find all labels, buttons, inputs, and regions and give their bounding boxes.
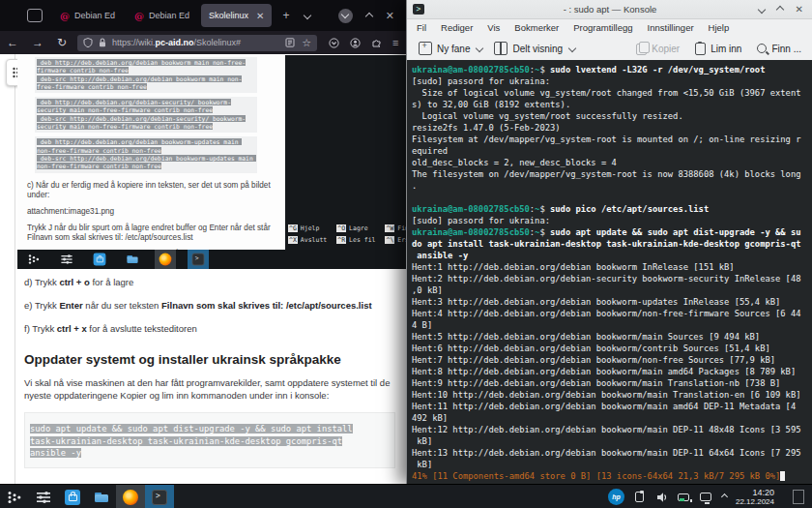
copy-button[interactable]: Kopier: [636, 42, 680, 55]
screenshot-launcher-settings: [56, 250, 77, 269]
toolbar-actions: ≡: [329, 37, 398, 48]
konsole-window-controls: ✕: [759, 4, 812, 15]
show-desktop-button[interactable]: [793, 490, 804, 504]
terminal-line: Hent:3 http://deb.debian.org/debian book…: [412, 296, 812, 308]
list-tabs-chevron-icon[interactable]: [303, 12, 310, 19]
tray-expander-icon[interactable]: [721, 493, 728, 500]
nano-shortcut: ^XAvslutt: [288, 234, 327, 246]
terminal-line: [sudo] passord for ukraina:: [412, 75, 812, 87]
date: 22.12.2024: [736, 497, 774, 507]
paragraph: Vi skal nå vise maskinen at den har fått…: [24, 376, 403, 402]
menu-rediger[interactable]: Rediger: [441, 22, 473, 33]
paste-icon: [695, 43, 706, 55]
menu-hjelp[interactable]: Hjelp: [709, 22, 730, 33]
new-tab-icon: [419, 42, 432, 55]
bookmark-star-icon[interactable]: ☆: [302, 37, 311, 49]
konsole-title-bar[interactable]: > - : sudo apt — Konsole ✕: [407, 0, 812, 19]
find-button[interactable]: Finn ...: [757, 44, 801, 54]
lock-icon[interactable]: [98, 38, 107, 47]
display-icon[interactable]: [700, 491, 713, 504]
terminal-line: Size of logical volume vg_system/root ch…: [412, 87, 812, 99]
tab-label: Debian Ed: [149, 11, 189, 20]
url-bar[interactable]: https://wiki.pc-aid.no/Skolelinux# ☆: [77, 35, 317, 51]
settings-icon: [61, 254, 73, 266]
menu-vis[interactable]: Vis: [487, 22, 500, 33]
new-tab-button[interactable]: +: [276, 9, 296, 22]
terminal-line: kB]: [412, 459, 812, 470]
browser-tab[interactable]: @Debian Ed: [127, 4, 197, 27]
clock[interactable]: 14:20 22.12.2024: [736, 488, 774, 507]
maximize-button[interactable]: [366, 10, 372, 21]
discover-icon[interactable]: [65, 490, 80, 505]
terminal-line: Hent:6 http://deb.debian.org/debian book…: [412, 343, 812, 354]
taskbar-launcher-files[interactable]: [87, 485, 116, 508]
konsole-icon[interactable]: [152, 490, 167, 505]
split-view-button[interactable]: Delt visning: [494, 42, 575, 55]
terminal-line: ukraina@am-08002785cb50:~$ sudo apt upda…: [412, 226, 812, 238]
taskbar-launcher-firefox[interactable]: [116, 485, 145, 508]
battery-icon[interactable]: [678, 491, 691, 504]
shield-icon[interactable]: [83, 38, 93, 47]
clipboard-tray-icon[interactable]: [633, 491, 647, 504]
menu-icon[interactable]: ≡: [392, 37, 398, 48]
reader-mode-icon[interactable]: [285, 38, 295, 47]
taskbar-launchers: [0, 485, 174, 508]
volume-icon[interactable]: [655, 491, 669, 504]
browser-tab[interactable]: Skolelinux✕: [201, 4, 272, 27]
close-tab-icon[interactable]: ✕: [256, 11, 264, 21]
reload-button[interactable]: ↻: [50, 36, 73, 49]
browser-tab[interactable]: @Debian Ed: [52, 4, 123, 27]
taskbar-launcher-discover[interactable]: [58, 485, 87, 508]
screenshot-terminal-area: ^GHjelp^XAvslutt^OLagre^RLes fil^WFin^\E…: [285, 55, 406, 250]
extensions-icon[interactable]: [371, 38, 381, 47]
menu-fil[interactable]: Fil: [417, 22, 426, 33]
menu-programtillegg[interactable]: Programtillegg: [573, 22, 632, 33]
pocket-icon[interactable]: [329, 38, 338, 47]
search-icon: [757, 44, 767, 53]
paste-button[interactable]: Lim inn: [695, 43, 741, 55]
terminal-line: s) to 32,00 GiB (8192 extents).: [412, 99, 812, 110]
menu-innstillinger[interactable]: Innstillinger: [648, 22, 694, 33]
screenshot-launcher-firefox: [155, 250, 176, 269]
kde-menu-icon: [28, 254, 41, 266]
menu-bokmerker[interactable]: Bokmerker: [514, 22, 559, 33]
terminal-line: The filesystem on /dev/mapper/vg_system-…: [412, 168, 812, 180]
settings-icon[interactable]: [36, 490, 51, 505]
taskbar-launcher-settings[interactable]: [29, 485, 58, 508]
terminal-cursor: [780, 471, 785, 481]
debian-swirl-icon: @: [134, 11, 144, 21]
terminal-line: Hent:9 http://deb.debian.org/debian book…: [412, 377, 812, 389]
firefox-icon[interactable]: [123, 490, 138, 505]
instruction-step: f) Trykk ctrl + x for å avslutte teksted…: [24, 323, 396, 334]
minimize-button[interactable]: [338, 9, 353, 23]
kde-menu-icon[interactable]: [7, 490, 22, 505]
new-tab-button[interactable]: Ny fane: [419, 42, 482, 55]
terminal-line: ukraina@am-08002785cb50:~$ sudo pico /et…: [412, 203, 812, 215]
hp-tray-icon[interactable]: hp: [608, 489, 624, 505]
terminal-output[interactable]: ukraina@am-08002785cb50:~$ sudo lvextend…: [407, 60, 812, 484]
discover-icon: [94, 254, 106, 266]
close-button[interactable]: ✕: [386, 10, 394, 22]
section-heading: Oppdater systemt og installer ukrainsk s…: [24, 352, 396, 367]
account-icon[interactable]: [350, 38, 360, 47]
sources-list-code-blocks: deb http://deb.debian.org/debian bookwor…: [35, 57, 285, 173]
tab-strip: @Debian Ed@Debian EdSkolelinux✕: [52, 4, 276, 27]
wiki-page-content: deb http://deb.debian.org/debian bookwor…: [0, 54, 406, 484]
nano-key-label: ^O: [336, 224, 346, 232]
taskbar-launcher-konsole[interactable]: [145, 485, 174, 508]
command-text: sudo apt update && sudo apt dist-upgrade…: [30, 423, 390, 460]
maximize-button[interactable]: [775, 5, 783, 13]
forward-button[interactable]: →: [25, 36, 50, 49]
terminal-line: .: [412, 180, 812, 192]
sources-list-snippet: deb http://deb.debian.org/debian bookwor…: [35, 57, 257, 93]
back-button[interactable]: ←: [0, 36, 25, 49]
folder-icon[interactable]: [94, 490, 109, 505]
minimize-button[interactable]: [757, 5, 765, 13]
firefox-view-icon[interactable]: [27, 9, 43, 22]
close-button[interactable]: ✕: [796, 4, 803, 15]
instruction-step: e) Trykk Enter når du ser teksten Filnav…: [24, 300, 396, 311]
command-code-block[interactable]: sudo apt update && sudo apt dist-upgrade…: [24, 412, 395, 468]
taskbar-launcher-kde-menu[interactable]: [0, 485, 29, 508]
firefox-window-controls: ✕: [338, 9, 406, 23]
terminal-line: Hent:4 http://deb.debian.org/debian book…: [412, 308, 812, 319]
